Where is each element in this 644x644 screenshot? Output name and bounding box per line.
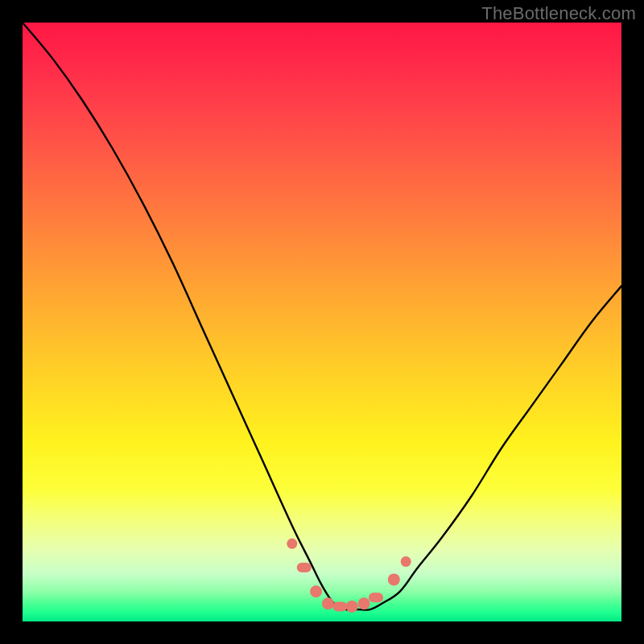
watermark-text: TheBottleneck.com bbox=[481, 3, 636, 24]
floor-marker bbox=[287, 539, 297, 549]
floor-marker bbox=[310, 585, 322, 597]
floor-marker bbox=[297, 563, 312, 572]
floor-marker bbox=[369, 592, 383, 602]
floor-marker bbox=[322, 597, 334, 609]
floor-marker bbox=[401, 556, 411, 567]
curve-layer bbox=[23, 23, 621, 621]
bottleneck-curve bbox=[23, 23, 621, 610]
floor-marker bbox=[358, 597, 370, 609]
floor-markers-group bbox=[287, 539, 411, 613]
floor-marker bbox=[332, 601, 347, 611]
curve-path bbox=[23, 23, 621, 610]
chart-frame: TheBottleneck.com bbox=[0, 0, 644, 644]
floor-marker bbox=[388, 573, 400, 585]
plot-area bbox=[23, 23, 621, 621]
floor-marker bbox=[346, 601, 358, 613]
